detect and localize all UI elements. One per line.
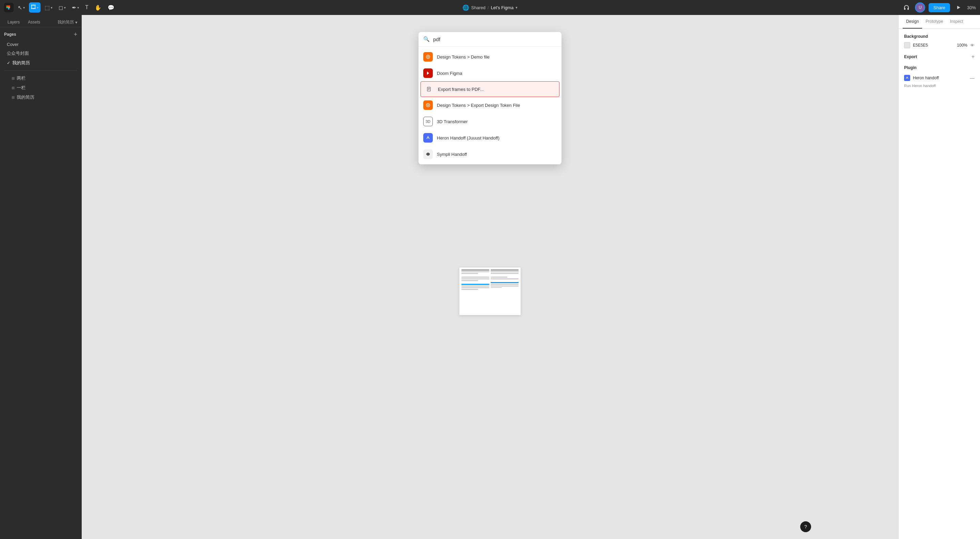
tab-design[interactable]: Design xyxy=(903,15,922,29)
main-layout: Layers Assets 我的简历 ▾ Pages + Cover 公众号封面… xyxy=(0,15,980,539)
pen-icon: ✒ xyxy=(72,5,76,11)
share-button[interactable]: Share xyxy=(929,3,950,12)
add-page-button[interactable]: + xyxy=(73,31,77,37)
page-subitem-two-col[interactable]: ⊞ 两栏 xyxy=(4,73,77,83)
avatar[interactable]: U xyxy=(915,2,925,13)
page-label-resume: 我的简历 xyxy=(12,60,30,66)
plugin-row: Heron handoff — xyxy=(904,73,975,82)
heron-plugin-icon xyxy=(904,75,910,81)
resume-col-right xyxy=(491,270,519,313)
resume-line xyxy=(491,270,519,271)
search-input[interactable] xyxy=(433,36,557,42)
hand-tool-button[interactable]: ✋ xyxy=(92,2,103,13)
divider xyxy=(4,70,77,71)
result-item-doom-figma[interactable]: Doom Figma xyxy=(418,65,562,81)
page-subitem-my-resume[interactable]: ⊞ 我的简历 xyxy=(4,92,77,102)
canvas-area[interactable]: 🔍 Design Tokens > Demo file xyxy=(82,15,898,539)
resume-chevron-icon: ▾ xyxy=(75,20,77,25)
page-item-wechat[interactable]: 公众号封面 xyxy=(4,49,77,58)
svg-marker-7 xyxy=(957,6,960,9)
sidebar-tabs: Layers Assets 我的简历 ▾ xyxy=(0,15,81,27)
background-color-value[interactable]: E5E5E5 xyxy=(913,43,954,48)
help-button[interactable]: ? xyxy=(800,521,811,532)
pages-title: Pages xyxy=(4,32,16,37)
result-item-design-tokens-demo[interactable]: Design Tokens > Demo file xyxy=(418,49,562,65)
page-subitem-label-my-resume: 我的简历 xyxy=(17,94,34,100)
design-tokens-demo-icon xyxy=(423,52,433,62)
move-tool-button[interactable]: ↖ ▾ xyxy=(16,2,27,13)
avatar-initial: U xyxy=(919,5,922,10)
background-section-title: Background xyxy=(904,34,975,39)
result-item-export-pdf[interactable]: Export frames to PDF... xyxy=(420,81,560,97)
tab-assets[interactable]: Assets xyxy=(24,18,44,27)
result-item-heron-handoff[interactable]: Heron Handoff (Juuust Handoff) xyxy=(418,130,562,146)
page-subitem-one-col[interactable]: ⊞ 一栏 xyxy=(4,83,77,92)
right-sidebar-content: Background E5E5E5 100% 👁 Export + Plugin xyxy=(899,29,980,93)
topbar-center: 🌐 Shared / Let's Figma ▾ xyxy=(462,5,518,11)
svg-point-1 xyxy=(31,5,32,6)
resume-line-blue xyxy=(461,284,489,285)
project-chevron-icon[interactable]: ▾ xyxy=(515,5,518,10)
plugin-name-label: Heron handoff xyxy=(913,76,939,80)
text-tool-button[interactable]: T xyxy=(83,2,91,13)
result-item-sympli-handoff[interactable]: Sympli Handoff xyxy=(418,146,562,162)
topbar: ↖ ▾ ▾ ⬚ ▾ ◻ xyxy=(0,0,980,15)
comment-icon: 💬 xyxy=(108,5,115,11)
resume-line xyxy=(461,271,489,272)
page-subitem-label-one-col: 一栏 xyxy=(17,85,25,91)
resume-line xyxy=(461,287,489,288)
shape-tool-button[interactable]: ◻ ▾ xyxy=(57,2,68,13)
resume-line xyxy=(461,277,489,277)
run-plugin-button[interactable]: Run Heron handoff xyxy=(904,84,975,88)
result-label-3d-transformer: 3D Transformer xyxy=(437,119,468,124)
search-results: Design Tokens > Demo file Doom Figma xyxy=(418,47,562,164)
pages-section: Pages + Cover 公众号封面 ✓ 我的简历 ⊞ 两栏 ⊞ 一栏 xyxy=(0,27,81,106)
add-export-button[interactable]: + xyxy=(972,54,975,60)
resume-line xyxy=(461,273,478,274)
svg-marker-10 xyxy=(427,71,429,75)
headphone-button[interactable] xyxy=(901,2,912,13)
figma-logo[interactable] xyxy=(4,3,14,12)
result-label-design-tokens-export: Design Tokens > Export Design Token File xyxy=(437,103,520,108)
grid-icon: ⊞ xyxy=(11,76,14,81)
select-tool-button[interactable]: ▾ xyxy=(29,2,41,13)
play-button[interactable] xyxy=(953,2,964,13)
result-item-3d-transformer[interactable]: 3D 3D Transformer xyxy=(418,113,562,130)
doom-figma-icon xyxy=(423,68,433,78)
tab-inspect[interactable]: Inspect xyxy=(947,15,967,29)
result-label-design-tokens-demo: Design Tokens > Demo file xyxy=(437,54,490,60)
visibility-icon[interactable]: 👁 xyxy=(970,43,975,48)
result-label-heron-handoff: Heron Handoff (Juuust Handoff) xyxy=(437,135,500,141)
right-sidebar-tabs: Design Prototype Inspect xyxy=(899,15,980,29)
tab-resume[interactable]: 我的简历 ▾ xyxy=(57,19,77,25)
background-opacity-value[interactable]: 100% xyxy=(957,43,967,48)
resume-line xyxy=(491,284,519,285)
resume-line xyxy=(491,278,519,279)
zoom-indicator[interactable]: 30% xyxy=(967,5,976,10)
frame-tool-button[interactable]: ⬚ ▾ xyxy=(43,2,54,13)
resume-line xyxy=(461,280,478,281)
page-item-cover[interactable]: Cover xyxy=(4,40,77,49)
text-icon: T xyxy=(85,5,89,11)
plugin-collapse-button[interactable]: — xyxy=(970,75,975,81)
pen-tool-button[interactable]: ✒ ▾ xyxy=(70,2,81,13)
page-item-resume[interactable]: ✓ 我的简历 xyxy=(4,58,77,68)
project-name[interactable]: Let's Figma xyxy=(491,5,514,10)
select-icon xyxy=(31,5,36,11)
comment-tool-button[interactable]: 💬 xyxy=(105,2,116,13)
topbar-left: ↖ ▾ ▾ ⬚ ▾ ◻ xyxy=(4,2,116,13)
left-sidebar: Layers Assets 我的简历 ▾ Pages + Cover 公众号封面… xyxy=(0,15,82,539)
svg-point-6 xyxy=(33,8,34,9)
result-label-sympli-handoff: Sympli Handoff xyxy=(437,152,467,157)
design-tokens-export-icon xyxy=(423,100,433,110)
breadcrumb-shared: Shared xyxy=(471,5,485,10)
breadcrumb-separator: / xyxy=(488,5,489,10)
tab-layers[interactable]: Layers xyxy=(4,18,23,27)
export-section-title: Export xyxy=(904,54,917,59)
tab-prototype[interactable]: Prototype xyxy=(922,15,946,29)
resume-card-lines xyxy=(461,270,519,313)
plugin-section: Plugin Heron handoff — Run Heron handoff xyxy=(904,65,975,88)
plugin-section-title: Plugin xyxy=(904,65,975,70)
result-item-design-tokens-export[interactable]: Design Tokens > Export Design Token File xyxy=(418,97,562,113)
background-color-swatch[interactable] xyxy=(904,42,910,48)
